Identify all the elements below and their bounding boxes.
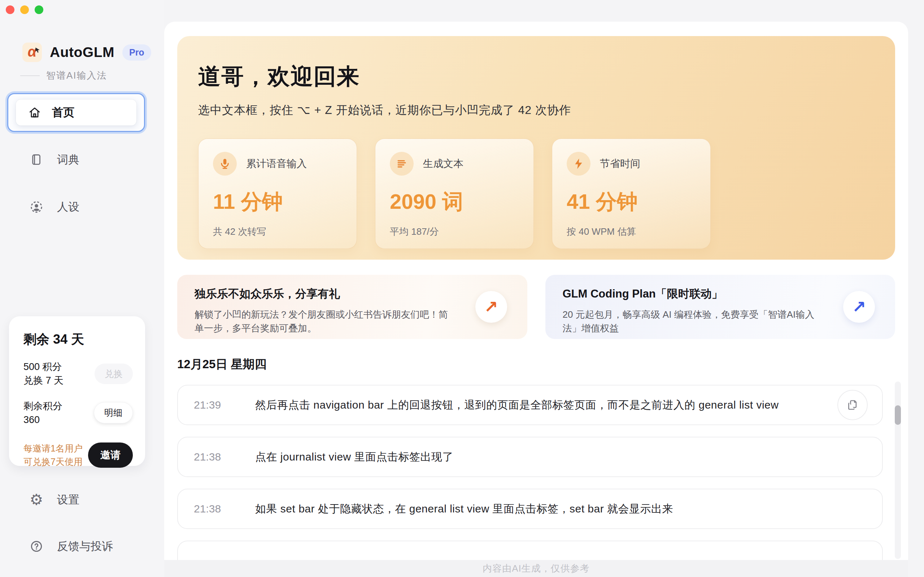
stat-head: 生成文本 (390, 152, 519, 176)
copy-button[interactable] (837, 390, 868, 420)
welcome-title: 道哥，欢迎回来 (198, 61, 874, 92)
stat-label: 节省时间 (600, 157, 640, 171)
promo-title: GLM Coding Plan「限时联动」 (563, 286, 820, 301)
entry-time: 21:38 (194, 451, 255, 463)
zoom-window-button[interactable] (35, 5, 43, 14)
stat-label: 生成文本 (423, 157, 464, 171)
invite-line1: 每邀请1名用户 (23, 442, 82, 455)
stat-sub: 按 40 WPM 估算 (567, 226, 696, 238)
ai-disclaimer-text: 内容由AI生成，仅供参考 (483, 562, 590, 575)
mic-icon (213, 152, 237, 176)
stat-card-voice-input: 累计语音输入 11 分钟 共 42 次转写 (198, 139, 357, 249)
divider (20, 76, 40, 76)
points-title: 剩余积分 (23, 399, 63, 413)
promo-title: 独乐乐不如众乐乐，分享有礼 (195, 286, 452, 301)
exchange-line1: 500 积分 (23, 360, 63, 374)
text-lines-icon (390, 152, 414, 176)
help-icon (30, 540, 43, 553)
exchange-button[interactable]: 兑换 (95, 364, 133, 384)
points-value: 360 (23, 413, 63, 427)
stat-sub: 共 42 次转写 (213, 226, 342, 238)
sidebar-item-label: 人设 (57, 200, 79, 214)
exchange-line2: 兑换 7 天 (23, 374, 63, 387)
app-window: α AutoGLM Pro 智谱AI输入法 首页 (0, 0, 924, 577)
history-list: 21:39 然后再点击 navigation bar 上的回退按钮，退到的页面是… (177, 385, 883, 577)
cursor-arrow-icon (34, 47, 41, 53)
welcome-hero-card: 道哥，欢迎回来 选中文本框，按住 ⌥ + Z 开始说话，近期你已与小凹完成了 4… (177, 36, 895, 259)
app-logo-icon: α (23, 43, 42, 62)
list-item[interactable]: 21:39 然后再点击 navigation bar 上的回退按钮，退到的页面是… (177, 385, 883, 425)
sidebar-item-persona[interactable]: 人设 (7, 195, 145, 219)
sidebar-item-home[interactable]: 首页 (7, 93, 145, 132)
sidebar-item-label: 首页 (52, 105, 74, 120)
entry-text: 然后再点击 navigation bar 上的回退按钮，退到的页面是全部标签页面… (255, 398, 779, 413)
invite-line2: 可兑换7天使用 (23, 455, 82, 468)
exchange-row: 500 积分 兑换 7 天 兑换 (23, 360, 133, 388)
entry-text: 如果 set bar 处于隐藏状态，在 general list view 里面… (255, 501, 673, 516)
sidebar-item-settings[interactable]: ⚙ 设置 (7, 488, 145, 512)
stat-head: 节省时间 (567, 152, 696, 176)
entry-text: 点在 journalist view 里面点击标签出现了 (255, 450, 453, 464)
sidebar: α AutoGLM Pro 智谱AI输入法 首页 (0, 0, 164, 577)
app-title: AutoGLM (50, 44, 115, 60)
stat-card-time-saved: 节省时间 41 分钟 按 40 WPM 估算 (552, 139, 711, 249)
list-item[interactable]: 21:38 如果 set bar 处于隐藏状态，在 general list v… (177, 488, 883, 529)
pro-badge: Pro (122, 44, 151, 61)
window-controls (6, 5, 43, 14)
days-remaining-title: 剩余 34 天 (23, 331, 133, 348)
minimize-window-button[interactable] (20, 5, 29, 14)
exchange-label: 500 积分 兑换 7 天 (23, 360, 63, 388)
lightning-icon (567, 152, 591, 176)
arrow-up-right-icon[interactable]: ↗ (843, 291, 875, 323)
home-icon (28, 106, 41, 119)
sidebar-item-dictionary[interactable]: 词典 (7, 148, 145, 172)
points-label: 剩余积分 360 (23, 399, 63, 427)
entry-time: 21:38 (194, 503, 255, 515)
main-panel: 道哥，欢迎回来 选中文本框，按住 ⌥ + Z 开始说话，近期你已与小凹完成了 4… (164, 22, 908, 577)
history-date-header: 12月25日 星期四 (177, 356, 895, 372)
invite-button[interactable]: 邀请 (88, 443, 133, 468)
entry-time: 21:39 (194, 399, 255, 411)
invite-hint: 每邀请1名用户 可兑换7天使用 (23, 442, 82, 468)
sidebar-item-label: 词典 (57, 152, 79, 167)
sidebar-item-home-inner[interactable]: 首页 (16, 100, 136, 126)
stats-row: 累计语音输入 11 分钟 共 42 次转写 (198, 139, 874, 249)
invite-row: 每邀请1名用户 可兑换7天使用 邀请 (23, 442, 133, 468)
ai-disclaimer-bar: 内容由AI生成，仅供参考 (164, 560, 908, 577)
list-item[interactable]: 21:38 点在 journalist view 里面点击标签出现了 (177, 437, 883, 477)
welcome-subtitle: 选中文本框，按住 ⌥ + Z 开始说话，近期你已与小凹完成了 42 次协作 (198, 102, 874, 118)
stat-card-generated-text: 生成文本 2090 词 平均 187/分 (375, 139, 534, 249)
promo-row: 独乐乐不如众乐乐，分享有礼 解锁了小凹的新玩法？发个朋友圈或小红书告诉朋友们吧！… (177, 275, 895, 339)
sidebar-item-feedback[interactable]: 反馈与投诉 (7, 534, 145, 558)
scrollbar-track[interactable] (895, 382, 901, 559)
subscription-card: 剩余 34 天 500 积分 兑换 7 天 兑换 剩余积分 360 明细 每邀请… (9, 316, 145, 466)
promo-card-glm-coding-plan[interactable]: GLM Coding Plan「限时联动」 20 元起包月，畅享高级 AI 编程… (545, 275, 895, 339)
stat-value: 2090 词 (390, 188, 519, 216)
stat-head: 累计语音输入 (213, 152, 342, 176)
sidebar-item-label: 设置 (57, 492, 79, 508)
stat-value: 11 分钟 (213, 188, 342, 216)
promo-body: 20 元起包月，畅享高级 AI 编程体验，免费享受「智谱AI输入法」增值权益 (563, 308, 820, 335)
promo-card-share[interactable]: 独乐乐不如众乐乐，分享有礼 解锁了小凹的新玩法？发个朋友圈或小红书告诉朋友们吧！… (177, 275, 527, 339)
points-detail-button[interactable]: 明细 (94, 402, 133, 423)
persona-icon (30, 200, 43, 214)
sidebar-item-label: 反馈与投诉 (57, 539, 113, 554)
stat-sub: 平均 187/分 (390, 226, 519, 238)
close-window-button[interactable] (6, 5, 15, 14)
points-row: 剩余积分 360 明细 (23, 399, 133, 427)
promo-body: 解锁了小凹的新玩法？发个朋友圈或小红书告诉朋友们吧！简单一步，多平台奖励可叠加。 (195, 308, 452, 335)
copy-icon (846, 398, 859, 411)
gear-icon: ⚙ (30, 492, 43, 508)
stat-value: 41 分钟 (567, 188, 696, 216)
arrow-up-right-icon[interactable]: ↗ (475, 291, 507, 323)
stat-label: 累计语音输入 (246, 157, 307, 171)
book-icon (30, 153, 43, 167)
scrollbar-thumb[interactable] (895, 405, 901, 425)
app-brand: α AutoGLM Pro (23, 43, 151, 62)
app-subtitle: 智谱AI输入法 (20, 69, 107, 82)
